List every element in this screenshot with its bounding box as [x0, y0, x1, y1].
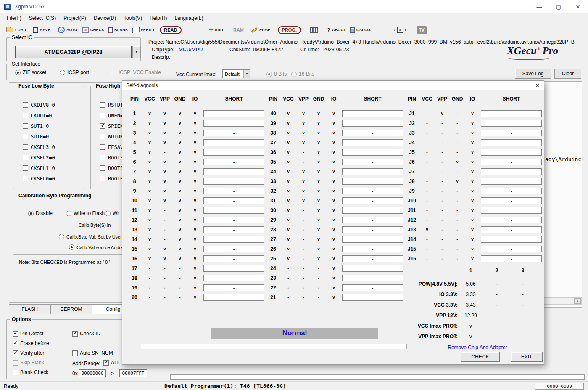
fuse-label: SPIEN: [108, 123, 123, 129]
menu-item[interactable]: Select IC(S): [25, 14, 60, 22]
menu-item[interactable]: Tools(V): [120, 14, 146, 22]
icsp-port-radio[interactable]: ICSP port: [60, 69, 89, 75]
eraser-pencil-icon: [251, 27, 258, 33]
blank-button[interactable]: BLANK: [108, 27, 128, 33]
zif-socket-radio[interactable]: ZIF socket: [15, 69, 46, 75]
folder-icon: [6, 28, 13, 32]
menu-item[interactable]: Device(D): [90, 14, 120, 22]
hex-prefix-label: 0x: [72, 371, 78, 377]
fuse-low-checkbox[interactable]: SUT0=0: [13, 131, 85, 142]
save-log-button[interactable]: Save Log: [515, 69, 551, 79]
vcc-imax-select[interactable]: Default ▼: [222, 69, 250, 78]
short-field: -: [203, 284, 264, 291]
fuse-low-checkbox[interactable]: CKDIV8=0: [13, 100, 85, 110]
tab-flash[interactable]: FLASH: [9, 304, 50, 314]
io-mark: v: [187, 237, 203, 241]
vcc-mark: -: [419, 121, 435, 125]
erase-button[interactable]: Erase: [251, 28, 270, 32]
logic-test-button[interactable]: A & Y: [394, 27, 406, 33]
verify-button[interactable]: VERIFY: [132, 27, 155, 33]
short-field: -: [481, 188, 542, 194]
short-field: -: [342, 139, 403, 146]
calib-set-by-user-radio[interactable]: Calib.Byte Val. Set by User: [59, 234, 122, 239]
chip-dropdown-button[interactable]: ▼: [132, 46, 141, 58]
maximize-button[interactable]: ▢: [549, 0, 568, 13]
vpp-mark: -: [157, 150, 172, 154]
menu-item[interactable]: Language(L): [171, 14, 207, 22]
verify-after-checkbox[interactable]: Verify after: [13, 350, 44, 356]
pin-number: 26: [266, 246, 281, 252]
check-id-checkbox[interactable]: Check ID: [72, 331, 100, 337]
fuse-low-checkbox[interactable]: SUT1=0: [13, 121, 85, 131]
about-button[interactable]: ? ABOUT: [327, 27, 346, 33]
vpp-mark: v: [157, 169, 172, 174]
menu-item[interactable]: Help(H): [146, 14, 171, 22]
col-short: SHORT: [203, 96, 264, 102]
prog-button[interactable]: PROG.: [278, 26, 301, 34]
short-field: -: [203, 226, 264, 233]
fuse-low-checkbox[interactable]: CKSEL3=0: [13, 142, 85, 152]
short-field: -: [481, 246, 542, 252]
vpp-mark: v: [157, 247, 172, 251]
menu-item[interactable]: Project(P): [60, 14, 90, 22]
addr-to-input[interactable]: [119, 369, 147, 377]
vpp-mark: v: [296, 111, 311, 116]
chevron-down-icon[interactable]: ▼: [243, 70, 250, 78]
short-field: -: [481, 226, 542, 233]
measurement-header: 1 2 3: [458, 268, 536, 273]
vpp-mark: v: [296, 130, 311, 135]
calib-write-flash-radio[interactable]: Write to Flash: [66, 210, 105, 216]
check-id-button[interactable]: ID CHECK: [82, 27, 104, 33]
fuse-low-checkbox[interactable]: CKSEL0=0: [13, 173, 85, 184]
pin-row: J9 - - - v -: [404, 186, 543, 196]
exit-button[interactable]: EXIT: [511, 352, 543, 362]
auto-sn-checkbox[interactable]: Auto SN_NUM: [72, 350, 113, 356]
addr-all-checkbox[interactable]: ALL: [103, 360, 120, 366]
pin-row: J13 v - - v -: [404, 225, 543, 234]
vcc-mark: -: [281, 295, 296, 300]
erase-before-checkbox[interactable]: Erase before: [13, 340, 49, 346]
measurement-row: IO 3.3V: 3.33 - -: [358, 289, 543, 300]
pin-row: 24 - - - v -: [266, 263, 404, 273]
pin-number: 14: [127, 236, 142, 242]
pin-row: 8 v v v v -: [127, 176, 266, 186]
load-button[interactable]: LOAD: [6, 28, 26, 32]
calib-write-eeprom-radio[interactable]: Wr: [105, 210, 119, 216]
minimize-button[interactable]: —: [530, 0, 549, 13]
scroll-right-icon[interactable]: ›: [574, 298, 581, 304]
pin-detect-checkbox[interactable]: Pin Detect: [13, 331, 43, 337]
check-button[interactable]: CHECK: [461, 352, 500, 362]
dialog-close-icon[interactable]: ✕: [531, 81, 544, 90]
zif-socket-label: ZIF socket: [23, 69, 46, 75]
calib-disable-radio[interactable]: Disable: [28, 210, 53, 216]
ic-socket-button[interactable]: [310, 27, 318, 33]
vcc-mark: v: [281, 169, 296, 174]
pin-number: 13: [127, 227, 142, 233]
fuse-label: CKSEL0=0: [31, 176, 55, 182]
close-button[interactable]: ✕: [568, 0, 588, 13]
blank-check-checkbox[interactable]: Blank Check: [13, 369, 48, 375]
vpp-mark: -: [435, 247, 450, 251]
menu-item[interactable]: File(F): [3, 14, 25, 22]
io-mark: v: [465, 121, 480, 125]
auto-button[interactable]: A AUTO: [58, 27, 77, 33]
fuse-low-checkbox[interactable]: CKOUT=0: [13, 110, 85, 121]
fuse-low-checkbox[interactable]: CKSEL1=0: [13, 163, 85, 173]
short-field: -: [342, 197, 403, 204]
selected-chip-button[interactable]: ATMEGA328P @DIP28: [15, 46, 132, 58]
read-button[interactable]: READ: [160, 26, 181, 34]
calcu-button[interactable]: CALCU.: [350, 27, 371, 33]
tv-button[interactable]: TV: [417, 26, 427, 34]
checkbox-box: [100, 176, 105, 181]
fuse-low-checkbox[interactable]: CKSEL2=0: [13, 152, 85, 163]
io-mark: v: [187, 247, 203, 251]
io-mark: v: [326, 227, 341, 232]
short-field: -: [342, 246, 403, 252]
save-button[interactable]: SAVE: [33, 27, 50, 33]
clear-button[interactable]: Clear: [554, 69, 581, 79]
addr-from-input[interactable]: [79, 369, 106, 377]
tab-eeprom[interactable]: EEPROM: [50, 304, 92, 314]
io-mark: v: [326, 121, 341, 125]
calib-source-addr-radio[interactable]: Calib.Val source Address :: [69, 244, 130, 250]
add-button[interactable]: + ADD: [209, 27, 223, 33]
